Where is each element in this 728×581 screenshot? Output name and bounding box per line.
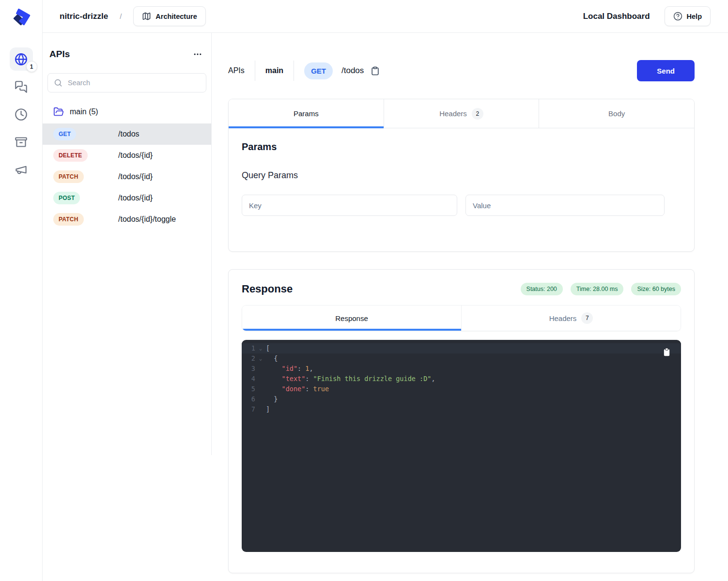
help-circle-icon [673,12,682,21]
endpoint-path: /todos/{id}/toggle [118,215,176,224]
code-line: 5 "done": true [242,384,681,394]
request-method-badge: GET [304,62,333,79]
tab-params[interactable]: Params [229,99,384,128]
endpoint-list: GET/todosDELETE/todos/{id}PATCH/todos/{i… [46,123,207,230]
fold-chevron-icon[interactable]: ⌄ [255,343,266,353]
method-badge: PATCH [53,213,84,226]
response-card: Response Status: 200 Time: 28.00 ms Size… [228,269,695,573]
apis-panel: APIs main [43,33,212,455]
rail-storage-button[interactable] [10,130,33,153]
nitric-logo-icon [10,6,32,28]
workspace: APIs main GET /todos Send [212,33,728,581]
copy-path-button[interactable] [371,66,380,76]
top-header: nitric-drizzle / Architecture Local Dash… [43,0,728,33]
query-param-key-input[interactable] [242,195,457,216]
request-tabs: ParamsHeaders2Body [229,99,694,128]
method-badge: PATCH [53,170,84,183]
rail-history-button[interactable] [10,103,33,126]
query-params-heading: Query Params [242,170,681,181]
endpoint-row[interactable]: PATCH/todos/{id}/toggle [43,209,211,230]
tab-label: Response [335,314,368,322]
request-card: ParamsHeaders2Body Params Query Params [228,99,695,252]
endpoint-path: /todos/{id} [118,194,153,202]
fold-gutter [255,384,266,394]
code-line: 6 } [242,394,681,404]
globe-icon [15,53,28,66]
code-line: 1⌄[ [242,343,681,353]
breadcrumb-apis: APIs [228,66,245,75]
architecture-label: Architecture [155,13,197,20]
fold-gutter [255,374,266,384]
endpoint-row[interactable]: GET/todos [43,123,211,145]
folder-open-icon [53,107,64,117]
breadcrumb-separator: / [120,12,122,20]
rail-events-button[interactable] [10,158,33,181]
tab-label: Params [294,109,319,118]
tab-count-badge: 2 [472,108,483,120]
copy-icon [663,348,671,357]
tab-headers[interactable]: Headers7 [461,306,681,331]
method-badge: GET [53,128,76,140]
method-badge: POST [53,192,80,204]
endpoint-path: /todos [118,130,139,138]
code-line: 2⌄ { [242,353,681,364]
status-badge: Status: 200 [521,283,563,295]
code-line: 7] [242,404,681,414]
tab-body[interactable]: Body [539,99,694,128]
size-badge: Size: 60 bytes [631,283,681,295]
request-path: /todos [341,66,364,76]
time-badge: Time: 28.00 ms [571,283,624,295]
send-button[interactable]: Send [637,60,695,81]
tab-label: Headers [549,314,577,322]
clock-icon [15,108,28,121]
ellipsis-icon [193,49,202,59]
endpoint-path: /todos/{id} [118,151,153,160]
breadcrumb-group: main [265,66,283,75]
request-breadcrumb-bar: APIs main GET /todos Send [228,60,695,81]
archive-icon [15,136,28,149]
chat-icon [15,80,28,93]
endpoint-row[interactable]: PATCH/todos/{id} [43,166,211,187]
api-group-label: main (5) [70,107,98,116]
rail-chat-button[interactable] [10,75,33,98]
project-name: nitric-drizzle [60,12,108,21]
tab-label: Headers [439,109,467,118]
query-param-value-input[interactable] [465,195,665,216]
fold-gutter [255,364,266,374]
endpoint-row[interactable]: DELETE/todos/{id} [43,145,211,166]
code-line: 4 "text": "Finish this drizzle guide :D"… [242,374,681,384]
search-input[interactable] [47,73,206,92]
endpoint-path: /todos/{id} [118,172,153,181]
tab-label: Body [608,109,625,118]
tab-response[interactable]: Response [242,306,461,331]
tab-count-badge: 7 [581,312,593,324]
apis-panel-title: APIs [49,49,70,60]
response-heading: Response [242,283,293,295]
code-line: 3 "id": 1, [242,364,681,374]
clipboard-icon [371,66,380,76]
code-lines: 1⌄[2⌄ {3 "id": 1,4 "text": "Finish this … [242,343,681,414]
app-root: 1 [0,0,728,581]
copy-response-button[interactable] [663,348,671,357]
params-heading: Params [242,141,681,153]
tab-headers[interactable]: Headers2 [384,99,539,128]
megaphone-icon [15,163,28,176]
search-icon [54,78,62,87]
rail-apis-button[interactable]: 1 [10,47,33,71]
apis-count-badge: 1 [26,61,37,72]
fold-chevron-icon[interactable]: ⌄ [255,353,266,364]
method-badge: DELETE [53,149,88,162]
fold-gutter [255,394,266,404]
icon-rail: 1 [0,0,43,581]
endpoint-row[interactable]: POST/todos/{id} [43,187,211,209]
fold-gutter [255,404,266,414]
response-body-editor[interactable]: 1⌄[2⌄ {3 "id": 1,4 "text": "Finish this … [242,340,681,552]
help-button[interactable]: Help [665,6,711,26]
response-tabs: ResponseHeaders7 [242,305,681,331]
map-icon [142,12,151,21]
help-label: Help [687,13,702,20]
divider [255,61,255,81]
api-group-folder[interactable]: main (5) [46,103,207,121]
architecture-button[interactable]: Architecture [133,6,205,26]
apis-menu-button[interactable] [191,47,204,61]
